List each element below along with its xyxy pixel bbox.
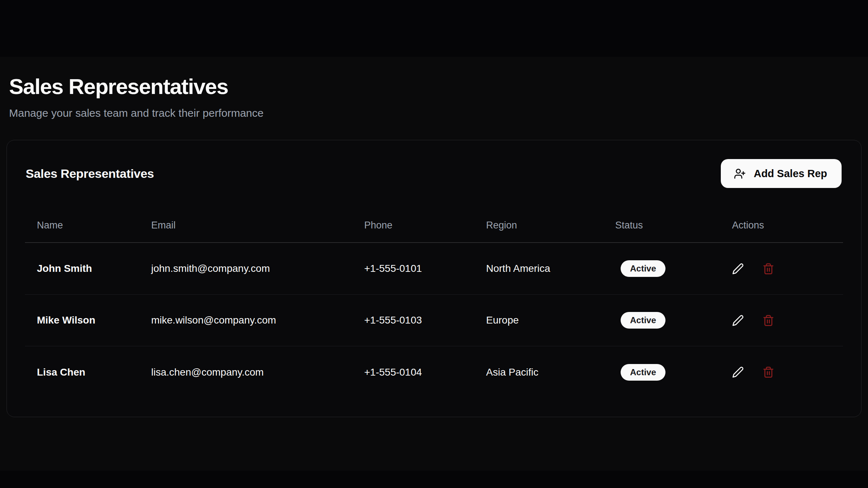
pencil-icon (732, 366, 744, 378)
cell-status: Active (603, 312, 720, 329)
table-body: John Smith john.smith@company.com +1-555… (25, 243, 843, 398)
cell-actions (720, 361, 843, 384)
sales-reps-table: Name Email Phone Region Status Actions J… (7, 208, 861, 398)
column-header-actions: Actions (720, 220, 843, 231)
cell-status: Active (603, 364, 720, 381)
user-plus-icon (734, 168, 746, 180)
table-row: John Smith john.smith@company.com +1-555… (25, 243, 843, 295)
cell-phone: +1-555-0104 (352, 367, 474, 378)
sales-reps-page: Sales Representatives Manage your sales … (0, 57, 868, 417)
status-badge: Active (621, 364, 665, 381)
column-header-phone: Phone (352, 220, 474, 231)
add-sales-rep-button[interactable]: Add Sales Rep (721, 159, 842, 188)
delete-button[interactable] (757, 257, 779, 280)
table-row: Mike Wilson mike.wilson@company.com +1-5… (25, 295, 843, 346)
cell-status: Active (603, 260, 720, 277)
page-title: Sales Representatives (9, 75, 861, 99)
cell-name: Lisa Chen (25, 367, 139, 378)
cell-actions (720, 309, 843, 331)
edit-button[interactable] (727, 309, 749, 331)
cell-name: John Smith (25, 263, 139, 274)
status-badge: Active (621, 312, 665, 329)
trash-icon (762, 263, 774, 275)
delete-button[interactable] (757, 309, 779, 331)
cell-phone: +1-555-0103 (352, 314, 474, 326)
cell-email: john.smith@company.com (139, 263, 352, 274)
cell-actions (720, 257, 843, 280)
cell-region: Asia Pacific (474, 367, 603, 378)
delete-button[interactable] (757, 361, 779, 384)
cell-email: mike.wilson@company.com (139, 314, 352, 326)
pencil-icon (732, 314, 744, 326)
column-header-name: Name (25, 220, 139, 231)
edit-button[interactable] (727, 257, 749, 280)
cell-name: Mike Wilson (25, 314, 139, 326)
table-row: Lisa Chen lisa.chen@company.com +1-555-0… (25, 346, 843, 398)
cell-email: lisa.chen@company.com (139, 367, 352, 378)
column-header-status: Status (603, 220, 720, 231)
card-header: Sales Representatives Add Sales Rep (7, 140, 861, 188)
page-subtitle: Manage your sales team and track their p… (9, 107, 861, 120)
edit-button[interactable] (727, 361, 749, 384)
cell-region: North America (474, 263, 603, 274)
status-badge: Active (621, 260, 665, 277)
trash-icon (762, 366, 774, 378)
sales-reps-card: Sales Representatives Add Sales Rep (7, 140, 861, 417)
table-header-row: Name Email Phone Region Status Actions (25, 208, 843, 243)
cell-region: Europe (474, 314, 603, 326)
column-header-region: Region (474, 220, 603, 231)
card-title: Sales Representatives (26, 167, 154, 181)
add-sales-rep-button-label: Add Sales Rep (754, 168, 827, 180)
pencil-icon (732, 263, 744, 275)
cell-phone: +1-555-0101 (352, 263, 474, 274)
column-header-email: Email (139, 220, 352, 231)
trash-icon (762, 314, 774, 326)
main-content-area: Sales Representatives Manage your sales … (0, 57, 868, 471)
